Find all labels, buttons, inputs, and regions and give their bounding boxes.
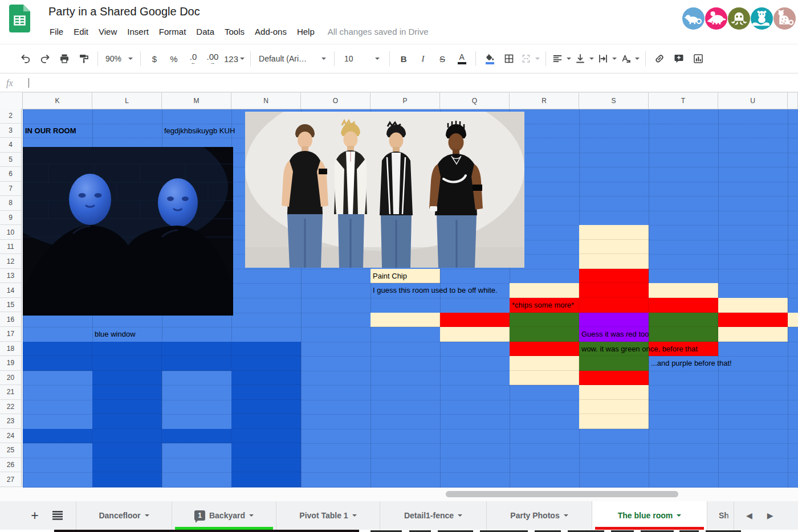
cell-T16[interactable] [649,313,718,328]
cell-U16[interactable] [718,313,788,328]
insert-comment-button[interactable] [669,50,689,67]
blue-boyband-photo[interactable] [245,112,524,268]
cell-M18[interactable] [162,342,231,357]
insert-chart-button[interactable] [689,50,708,67]
text-rotation-button[interactable] [618,50,641,67]
cell-S10[interactable] [579,225,649,240]
menu-edit[interactable]: Edit [68,24,93,39]
save-status[interactable]: All changes saved in Drive [328,27,429,36]
blue-man-group-photo[interactable] [23,147,233,316]
vertical-align-button[interactable] [573,50,596,67]
add-sheet-button[interactable]: + [25,501,44,530]
column-header-K[interactable]: K [23,92,92,109]
row-header-25[interactable]: 25 [0,443,22,458]
cell-N27[interactable] [231,472,301,487]
cell-S14[interactable] [579,283,649,298]
cell-Q17[interactable] [440,327,510,342]
cell-S19[interactable] [579,356,649,371]
horizontal-scrollbar[interactable] [0,488,798,502]
cell-U17[interactable] [718,327,788,342]
cell-T14[interactable] [649,283,718,298]
row-header-15[interactable]: 15 [0,298,22,313]
decrease-decimal-button[interactable]: .0← [184,50,203,67]
column-header-O[interactable]: O [301,92,370,109]
cell-R17[interactable] [510,327,579,342]
format-currency-button[interactable]: $ [145,50,164,67]
cell-S15[interactable] [579,298,649,313]
cell-N23[interactable] [231,414,301,429]
undo-button[interactable] [16,50,35,67]
row-header-12[interactable]: 12 [0,254,22,269]
sheet-tab-the-blue-room[interactable]: The blue room [592,501,707,530]
sheet-tab-dancefloor[interactable]: Dancefloor [76,501,172,530]
anonymous-octopus-avatar[interactable] [728,7,750,30]
cell-R19[interactable] [510,356,579,371]
cell-N21[interactable] [231,385,301,400]
anonymous-aardvark-avatar[interactable] [705,7,727,30]
sheet-tab-backyard[interactable]: 1Backyard [172,501,276,530]
column-header-partial[interactable] [788,92,798,109]
sheet-tab-pivot-table-1[interactable]: Pivot Table 1 [276,501,380,530]
tab-menu-arrow-icon[interactable] [458,514,462,517]
row-header-23[interactable]: 23 [0,414,22,429]
font-name-select[interactable]: Default (Ari… [255,50,330,67]
cell-L21[interactable] [92,385,162,400]
cell-N24[interactable] [231,429,301,444]
row-header-5[interactable]: 5 [0,153,22,167]
cell-S23[interactable] [579,414,649,429]
cell-L27[interactable] [92,472,162,487]
cell-K18[interactable] [23,342,92,357]
cell-R16[interactable] [510,313,579,328]
borders-button[interactable] [499,50,519,67]
row-header-27[interactable]: 27 [0,472,22,487]
insert-link-button[interactable] [650,50,669,67]
cell-S22[interactable] [579,400,649,415]
cell-Q16[interactable] [440,313,510,328]
sheet-tab-party-photos[interactable]: Party Photos [486,501,592,530]
italic-button[interactable]: I [413,50,433,67]
zoom-select[interactable]: 90% [102,50,136,67]
menu-add-ons[interactable]: Add-ons [250,24,292,39]
column-header-M[interactable]: M [162,92,231,109]
increase-decimal-button[interactable]: .00→ [203,50,222,67]
cell-R14[interactable] [510,283,579,298]
formula-bar[interactable]: fx [0,74,798,92]
row-header-24[interactable]: 24 [0,429,22,444]
row-header-9[interactable]: 9 [0,211,22,226]
bold-button[interactable]: B [394,50,413,67]
cell-K24[interactable] [23,429,92,444]
print-button[interactable] [55,50,74,67]
cell-S12[interactable] [579,254,649,269]
row-header-16[interactable]: 16 [0,312,22,327]
text-wrap-button[interactable] [596,50,618,67]
cell-N25[interactable] [231,443,301,458]
cell-L19[interactable] [92,356,162,371]
row-header-22[interactable]: 22 [0,400,22,415]
tab-menu-arrow-icon[interactable] [677,514,681,517]
row-header-2[interactable]: 2 [0,109,22,124]
cell-R18[interactable] [510,342,579,357]
column-header-N[interactable]: N [231,92,301,109]
menu-format[interactable]: Format [154,24,192,39]
row-header-8[interactable]: 8 [0,196,22,211]
cell-S20[interactable] [579,371,649,386]
menu-file[interactable]: File [44,24,68,39]
cell-N26[interactable] [231,458,301,473]
text-color-button[interactable]: A [452,50,471,67]
cell-V16[interactable] [788,313,798,328]
tab-menu-arrow-icon[interactable] [145,514,149,517]
cell-S16[interactable] [579,313,649,328]
row-header-4[interactable]: 4 [0,138,22,153]
menu-help[interactable]: Help [292,24,320,39]
fill-color-button[interactable] [480,50,499,67]
anonymous-jaguar-avatar[interactable] [773,7,796,30]
cell-K19[interactable] [23,356,92,371]
cell-N20[interactable] [231,371,301,386]
comment-count-badge[interactable]: 1 [194,510,205,521]
row-header-14[interactable]: 14 [0,283,22,298]
column-header-T[interactable]: T [649,92,718,109]
redo-button[interactable] [35,50,55,67]
more-formats-button[interactable]: 123 [222,50,246,67]
cell-L24[interactable] [92,429,162,444]
cell-M24[interactable] [162,429,231,444]
